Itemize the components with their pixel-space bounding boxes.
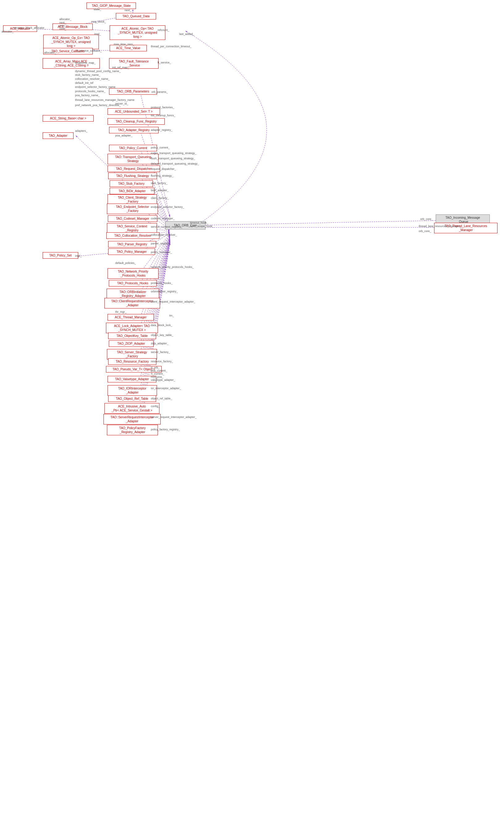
label-state: state_: [94, 8, 101, 11]
node-TAO_ClientRequestInterceptor_Adapter: TAO::ClientRequestInterceptor_Adapter: [105, 298, 160, 308]
label-resource-factory: resource_factory_: [151, 360, 173, 363]
label-ft-service: ft_service_: [158, 61, 171, 64]
label-next-queued: next_: [125, 8, 131, 12]
label-tss-cleanup-funcs: tss_cleanup_funcs_: [151, 114, 176, 117]
label-sync-scope-hook: sync_scope_hook_: [190, 225, 214, 228]
label-collocation-resolver-name: collocation_resolver_name_: [75, 78, 110, 81]
label-client-request-interceptor-adapter: client_request_interceptor_adapter_: [151, 300, 195, 303]
label-rt-orb: rt_orb_: [151, 366, 160, 369]
label-protocol-factories: protocol_factories_: [151, 106, 174, 109]
label-protocols-hooks: protocols_hooks_: [151, 281, 173, 285]
label-cont-msg: cont_: [59, 27, 66, 30]
node-TAO_Stub_Factory: TAO_Stub_Factory: [110, 181, 153, 187]
label-ft-service-callback: ft_service_callback_: [77, 49, 102, 52]
label-endpoint-selector-factory: endpoint_selector_factory_: [151, 205, 184, 208]
label-ziop-adapter: ziop_adapter_: [151, 342, 168, 345]
label-message-block-allocator: message_block_allocator_: [13, 26, 46, 29]
svg-line-41: [77, 253, 112, 256]
svg-line-37: [201, 220, 448, 225]
label-poa-factory-name: poa_factory_name_: [75, 94, 100, 97]
label-adapter-registry: adapter_registry_: [151, 128, 173, 132]
node-ACE_Atomic_Op_TAO: ACE_Atomic_Op< TAO_SYNCH_MUTEX, unsigned…: [110, 25, 165, 40]
label-default-policies: default_policies_: [115, 261, 136, 264]
label-msg-block: msg_block_: [91, 20, 106, 23]
label-next-msg: next_: [59, 21, 66, 24]
node-ACE_Atomic_Op_Ex_TAO: ACE_Atomic_Op_Ex< TAO_SYNCH_MUTEX, unsig…: [43, 35, 99, 49]
node-TAO_Policy_Set: TAO_Policy_Set: [43, 252, 78, 259]
label-service-context-registry: service_context_registry_: [151, 225, 182, 228]
node-TAO_Object_Ref_Table: TAO_Object_Ref_Table: [108, 395, 156, 402]
node-TAO_IORInterceptor_Adapter: TAO_IORInterceptor_Adapter: [108, 385, 157, 396]
label-init-ref-map: init_ref_map_: [112, 66, 129, 69]
label-thread-lane-resources-manager: thread_lane_resources_manager_: [419, 225, 461, 228]
label-delayed-transport: delayed_transport_queueing_strategy_: [151, 162, 199, 165]
label-protocols-hooks-name: protocols_hooks_name_: [75, 90, 105, 93]
node-TAO_Policy_Manager: TAO_Policy_Manager: [108, 248, 155, 255]
node-TAO_Queued_Data: TAO_Queued_Data: [116, 13, 156, 19]
label-parser-registry: parser_registry_: [151, 242, 171, 245]
label-flush-transport: flush_transport_queueing_strategy_: [151, 157, 195, 160]
node-TAO_BiDir_Adapter: TAO_BiDir_Adapter: [110, 188, 155, 194]
node-TAO_Codeset_Manager: TAO_Codeset_Manager: [108, 215, 157, 222]
label-poa-current: poa_current_: [151, 369, 167, 372]
node-TAO_Endpoint_Selector_Factory: TAO_Endpoint_Selector_Factory: [107, 204, 158, 214]
label-flushing-strategy: flushing_strategy_: [151, 174, 173, 177]
label-prev-msg: prev_: [59, 24, 67, 27]
label-tm: tm_: [169, 314, 174, 317]
label-allocator-msg: allocator_: [59, 18, 71, 21]
node-TAO_Parser_Registry: TAO_Parser_Registry: [108, 241, 156, 247]
label-last-added: last_added_: [179, 33, 194, 36]
node-TAO_ZIOP_Adapter: TAO_ZIOP_Adapter: [109, 340, 154, 347]
label-server-request-interceptor-adapter: server_request_interceptor_adapter_: [151, 415, 197, 418]
label-orbinitializer-registry: orbinitializer_registry_: [151, 290, 178, 293]
label-dynamic-thread-pool: dynamic_thread_pool_config_name_: [75, 70, 121, 73]
label-refcount: refcount_: [158, 29, 169, 32]
label-thread-per-connection: thread_per_connection_timeout_: [151, 45, 192, 48]
label-orb-params: orb_params_: [151, 90, 168, 93]
label-timeout-hook: timeout_hook_: [190, 221, 208, 224]
node-TAO_Cleanup_Func_Registry: TAO_Cleanup_Func_Registry: [108, 118, 165, 125]
diagram-arrows: [0, 0, 504, 840]
label-server-id: server_id_: [115, 102, 128, 105]
label-stub-factory-name: stub_factory_name_: [75, 73, 101, 76]
label-server-factory: server_factory_: [151, 350, 170, 354]
label-max-time: max_time_zero_: [114, 43, 134, 46]
node-TAO_Policy_Current: TAO_Policy_Current: [109, 145, 157, 151]
label-network-priority-protocols-hooks: network_priority_protocols_hooks_: [151, 265, 194, 269]
label-data-block-lock: data_block_lock_: [151, 324, 173, 327]
label-object-key-table: object_key_table_: [151, 333, 173, 337]
node-TAO_Protocols_Hooks: TAO_Protocols_Hooks: [109, 280, 157, 287]
label-thread-lane-resources-manager-factory: thread_lane_resources_manager_factory_na…: [75, 98, 134, 102]
label-policy-current: policy_current_: [151, 146, 170, 149]
label-allocator-service: allocator_: [44, 51, 56, 54]
label-collocation-resolver: collocation_resolver_: [151, 233, 177, 236]
label-endpoints-map: endpoints_map_: [75, 61, 96, 64]
label-client-factory: client_factory_: [151, 196, 169, 200]
label-impl: impl_: [94, 33, 101, 36]
label-policy-factory-registry: policy_factory_registry_: [151, 428, 180, 431]
node-ACE_Message_Block: ACE_Message_Block: [53, 23, 93, 30]
node-TAO_Service_Context_Registry: TAO_Service_Context_Registry: [107, 223, 157, 234]
node-TAO_Valuetype_Adapter: TAO_Valuetype_Adapter: [108, 376, 156, 382]
node-ACE_Thread_Manager: ACE_Thread_Manager: [108, 314, 154, 321]
label-config: config_: [151, 405, 160, 408]
node-ACE_Time_Value: ACE_Time_Value: [110, 45, 147, 51]
node-TAO_Client_Strategy_Factory: TAO_Client_Strategy_Factory: [108, 194, 157, 205]
label-stub-factory: stub_factory_: [151, 182, 167, 185]
node-TAO_Network_Priority_Protocols_Hooks: TAO_Network_Priority_Protocols_Hooks: [108, 268, 159, 279]
label-valuetype-adapter: valuetype_adapter_: [151, 378, 175, 381]
label-bidir-adapter: bidir_adapter_: [151, 189, 169, 192]
node-ACE_String_Base_char: ACE_String_Base< char >: [43, 115, 94, 122]
label-thr-mgr: thr_mgr_: [115, 310, 126, 313]
node-TAO_PolicyFactory_Registry_Adapter: TAO_PolicyFactory_Registry_Adapter: [107, 425, 158, 435]
node-TAO_Resource_Factory: TAO_Resource_Factory: [108, 358, 156, 365]
label-orb-core: orb_core_: [420, 218, 433, 221]
label-default-init-ref: default_init_ref: [75, 81, 93, 84]
label-request-dispatcher: request_dispatcher_: [151, 167, 176, 170]
label-endpoint-selector-factory-name: endpoint_selector_factory_name_: [75, 85, 117, 88]
node-TAO_Flushing_Strategy: TAO_Flushing_Strategy: [108, 173, 157, 179]
label-rt-current: rt_current_: [151, 372, 164, 375]
label-policy-manager: policy_manager_: [151, 251, 172, 254]
node-ACE_Lock_Adapter_TAO_SYNCH_MUTEX: ACE_Lock_Adapter< TAO_SYNCH_MUTEX >: [106, 323, 158, 333]
node-TAO_Server_Strategy_Factory: TAO_Server_Strategy_Factory: [107, 349, 157, 360]
